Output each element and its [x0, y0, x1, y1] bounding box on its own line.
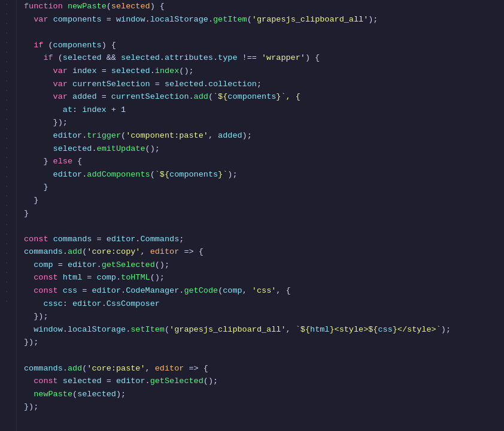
gutter-dot: · [0, 172, 14, 182]
code-line: commands.add('core:paste', editor => { [24, 362, 504, 375]
gutter-dot: · [0, 249, 14, 259]
gutter-dot: · [0, 19, 14, 29]
code-line: newPaste(selected); [24, 388, 504, 401]
code-line [24, 220, 504, 233]
code-line: const css = editor.CodeManager.getCode(c… [24, 284, 504, 298]
gutter-dot: · [0, 38, 14, 48]
code-line: editor.trigger('component:paste', added)… [24, 129, 504, 142]
code-line: selected.emitUpdate(); [24, 142, 504, 156]
code-line: } [24, 181, 504, 194]
gutter-dot: · [0, 287, 14, 297]
code-line: }); [24, 116, 504, 129]
code-line: cssc: editor.CssComposer [24, 298, 504, 311]
gutter-dot: · [0, 29, 14, 38]
code-line: }); [24, 336, 504, 349]
code-line: }); [24, 310, 504, 323]
code-content: function newPaste(selected) { var compon… [17, 0, 504, 431]
code-line: const html = comp.toHTML(); [24, 271, 504, 284]
gutter-dot: · [0, 192, 14, 201]
gutter-dot: · [0, 211, 14, 220]
code-line: } [24, 194, 504, 207]
gutter-dot: · [0, 0, 14, 10]
code-editor: ································ functio… [0, 0, 504, 431]
gutter-dot: · [0, 67, 14, 77]
gutter-dot: · [0, 297, 14, 306]
gutter-dot: · [0, 48, 14, 57]
code-line: comp = editor.getSelected(); [24, 259, 504, 272]
gutter-dot: · [0, 77, 14, 86]
code-line: function newPaste(selected) { [24, 0, 504, 13]
gutter-dot: · [0, 259, 14, 268]
code-line: commands.add('core:copy', editor => { [24, 245, 504, 259]
code-line [24, 26, 504, 39]
code-line: }); [24, 400, 504, 414]
gutter-dot: · [0, 10, 14, 19]
code-line: editor.addComponents(`${components}`); [24, 168, 504, 181]
code-line: } else { [24, 155, 504, 168]
gutter-dot: · [0, 144, 14, 153]
code-line: var index = selected.index(); [24, 65, 504, 78]
gutter-dot: · [0, 182, 14, 192]
gutter-dot: · [0, 268, 14, 278]
code-line: const commands = editor.Commands; [24, 233, 504, 246]
code-line: var added = currentSelection.add(`${comp… [24, 90, 504, 104]
code-line: window.localStorage.setItem('grapesjs_cl… [24, 323, 504, 336]
gutter-dot: · [0, 230, 14, 239]
code-line: if (components) { [24, 39, 504, 52]
gutter-dot: · [0, 278, 14, 287]
gutter-dot: · [0, 96, 14, 105]
code-line: const selected = editor.getSelected(); [24, 375, 504, 388]
line-numbers: ································ [0, 0, 17, 431]
gutter-dot: · [0, 134, 14, 144]
code-line: if (selected && selected.attributes.type… [24, 51, 504, 65]
code-line: var components = window.localStorage.get… [24, 13, 504, 26]
code-line [24, 349, 504, 362]
gutter-dot: · [0, 105, 14, 115]
gutter-dot: · [0, 153, 14, 163]
gutter-dot: · [0, 239, 14, 249]
gutter-dot: · [0, 57, 14, 67]
gutter-dot: · [0, 201, 14, 211]
code-line: } [24, 207, 504, 220]
gutter-dot: · [0, 163, 14, 172]
code-line: var currentSelection = selected.collecti… [24, 78, 504, 91]
gutter-dot: · [0, 115, 14, 125]
code-line: at: index + 1 [24, 104, 504, 117]
gutter-dot: · [0, 125, 14, 134]
gutter-dot: · [0, 86, 14, 96]
gutter-dot: · [0, 220, 14, 230]
